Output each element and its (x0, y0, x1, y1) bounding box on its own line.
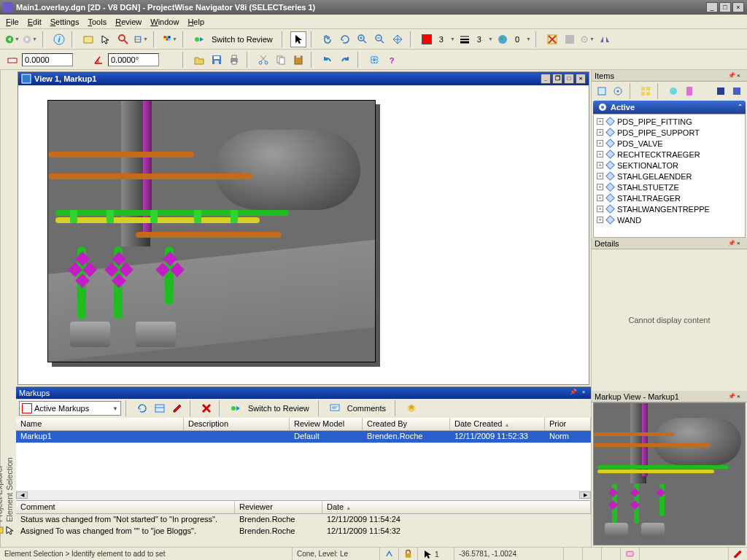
pointer-tool[interactable] (290, 31, 306, 47)
left-tab-project-explorer[interactable]: Project Explorer (0, 82, 4, 535)
markups-close-icon[interactable]: × (579, 389, 588, 397)
switch-review-label-2[interactable]: Switch to Review (248, 404, 309, 413)
redo-icon[interactable] (337, 52, 353, 68)
menu-file[interactable]: File (6, 18, 19, 26)
maximize-button[interactable]: □ (719, 2, 731, 12)
pan-icon[interactable] (320, 31, 336, 47)
active-markups-combo[interactable]: Active Markups (19, 401, 121, 416)
linestyle-icon[interactable] (457, 31, 473, 47)
undo-icon[interactable] (320, 52, 336, 68)
web-icon[interactable] (366, 52, 382, 68)
tree-node[interactable]: +PDS_PIPE_FITTING (594, 116, 745, 127)
left-tab-element-selection[interactable]: Element Selection (4, 82, 15, 535)
menu-edit[interactable]: Edit (28, 18, 42, 26)
items-tb-6[interactable] (713, 84, 728, 98)
minimize-button[interactable]: _ (706, 2, 718, 12)
view-restore[interactable]: ❐ (552, 74, 562, 84)
markupview-pin-icon[interactable]: 📌 (728, 393, 735, 400)
items-tb-1[interactable] (595, 84, 609, 98)
col-date[interactable]: Date Created ▲ (450, 418, 545, 430)
col-priority[interactable]: Prior (545, 418, 591, 430)
markups-pin-icon[interactable]: 📌 (569, 389, 578, 397)
menu-tools[interactable]: Tools (88, 18, 107, 26)
edit-markup-icon[interactable] (169, 400, 185, 416)
horizontal-scrollbar[interactable] (16, 490, 591, 500)
col-review[interactable]: Review Model (290, 418, 363, 430)
status-x2-icon[interactable] (582, 548, 601, 560)
tool-circle[interactable]: ▼ (579, 31, 595, 47)
items-tb-3[interactable] (638, 84, 653, 98)
fit-icon[interactable] (390, 31, 406, 47)
tree-node[interactable]: +SEKTIONALTOR (594, 160, 745, 171)
items-tree[interactable]: +PDS_PIPE_FITTING +PDS_PIPE_SUPPORT +PDS… (593, 114, 746, 238)
col-comment[interactable]: Comment (16, 501, 235, 513)
tree-node[interactable]: +PDS_VALVE (594, 138, 745, 149)
status-chat-icon[interactable] (620, 548, 639, 560)
details-pin-icon[interactable]: 📌 (728, 240, 735, 247)
delete-markup-icon[interactable] (198, 400, 214, 416)
refresh-icon[interactable] (134, 400, 150, 416)
close-button[interactable]: × (732, 2, 744, 12)
status-lock-icon[interactable] (398, 548, 417, 560)
back-button[interactable]: ▼ (4, 31, 20, 47)
properties-icon[interactable] (152, 400, 168, 416)
col-name[interactable]: Name (16, 418, 184, 430)
coord-x-icon[interactable] (4, 52, 20, 68)
info-icon[interactable]: i (51, 31, 67, 47)
items-pin-icon[interactable]: 📌 (728, 72, 735, 79)
zoom-in-icon[interactable] (355, 31, 371, 47)
zoom-out-icon[interactable] (372, 31, 388, 47)
cut-icon[interactable] (255, 52, 271, 68)
switch-review-label[interactable]: Switch to Review (212, 35, 273, 44)
print-icon[interactable] (226, 52, 242, 68)
status-x3-icon[interactable] (601, 548, 620, 560)
select-icon[interactable] (98, 31, 114, 47)
paste-icon[interactable] (290, 52, 306, 68)
view-canvas[interactable] (18, 85, 589, 384)
color-swatch[interactable] (419, 31, 435, 47)
forward-button[interactable]: ▼ (22, 31, 38, 47)
tree-node[interactable]: +PDS_PIPE_SUPPORT (594, 127, 745, 138)
comments-icon[interactable] (327, 400, 343, 416)
markupview-close-icon[interactable]: × (737, 393, 744, 400)
coord-x-input[interactable] (22, 53, 73, 66)
menu-help[interactable]: Help (187, 18, 204, 26)
coord-angle-icon[interactable] (90, 52, 107, 68)
color-palette-icon[interactable]: ▼ (162, 31, 178, 47)
items-tb-2[interactable] (611, 84, 625, 98)
view-close[interactable]: × (576, 74, 586, 84)
tool-x1[interactable] (544, 31, 560, 47)
markup-view-canvas[interactable] (593, 402, 746, 545)
switch-review-icon-2[interactable] (228, 400, 244, 416)
comment-row[interactable]: Status was changed from "Not started" to… (16, 514, 591, 526)
status-snap-icon[interactable] (379, 548, 398, 560)
items-tb-5[interactable] (682, 84, 697, 98)
open-file-icon[interactable] (191, 52, 207, 68)
tree-node[interactable]: +WAND (594, 214, 745, 225)
tree-node[interactable]: +STAHLTRAEGER (594, 192, 745, 203)
col-reviewer[interactable]: Reviewer (235, 501, 322, 513)
items-tb-4[interactable] (666, 84, 681, 98)
menu-window[interactable]: Window (150, 18, 179, 26)
switch-review-icon[interactable] (191, 31, 207, 47)
menu-review[interactable]: Review (115, 18, 142, 26)
col-comment-date[interactable]: Date ▲ (322, 501, 591, 513)
menu-settings[interactable]: Settings (50, 18, 80, 26)
coord-angle-input[interactable] (108, 53, 159, 66)
markup-row[interactable]: Markup1 Default Brenden.Roche 12/11/2009… (16, 431, 591, 443)
col-description[interactable]: Description (184, 418, 290, 430)
view-minimize[interactable]: _ (541, 74, 551, 84)
globe-icon[interactable] (495, 31, 511, 47)
comments-label[interactable]: Comments (347, 404, 386, 413)
tree-node[interactable]: +STAHLGELAENDER (594, 171, 745, 182)
view-maximize[interactable]: □ (564, 74, 574, 84)
tool-hatch[interactable] (562, 31, 578, 47)
tree-node[interactable]: +RECHTECKTRAEGER (594, 149, 745, 160)
col-createdby[interactable]: Created By (363, 418, 450, 430)
items-close-icon[interactable]: × (737, 72, 744, 79)
open-icon[interactable] (80, 31, 96, 47)
active-header[interactable]: Activeˆ (593, 101, 746, 114)
help-icon[interactable]: ? (384, 52, 400, 68)
tree-node[interactable]: +STAHLWANGENTREPPE (594, 203, 745, 214)
status-edit-icon[interactable] (728, 548, 747, 560)
